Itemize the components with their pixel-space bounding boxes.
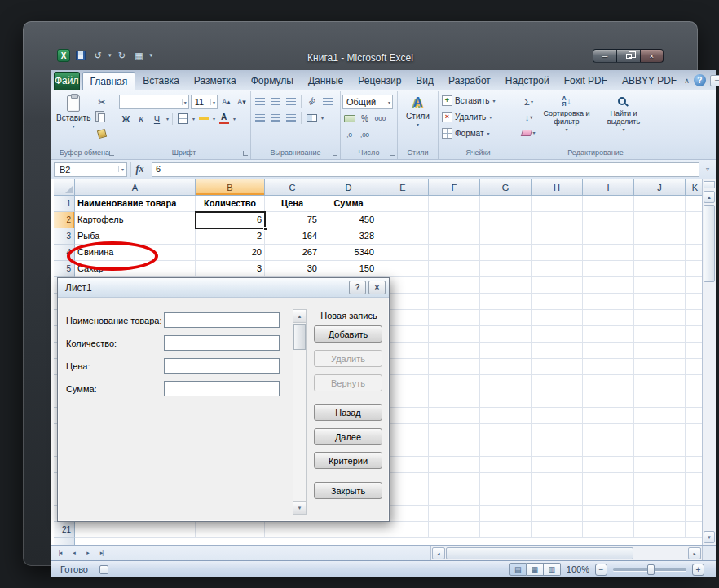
cell-G6[interactable] <box>480 277 532 294</box>
cell-H4[interactable] <box>532 245 583 261</box>
cell-I6[interactable] <box>583 277 634 294</box>
align-center-icon[interactable] <box>268 111 282 125</box>
underline-button[interactable]: Ч <box>150 112 164 126</box>
cell-G1[interactable] <box>480 196 532 212</box>
cell-I3[interactable] <box>583 228 634 245</box>
row-header-3[interactable]: 3 <box>54 228 75 245</box>
cell-J16[interactable] <box>634 440 686 457</box>
cell-J19[interactable] <box>634 489 686 506</box>
align-left-icon[interactable] <box>253 111 267 125</box>
cell-J1[interactable] <box>634 196 686 212</box>
cell-H12[interactable] <box>532 375 583 391</box>
dialog-titlebar[interactable]: Лист1 ? × <box>58 278 389 298</box>
vertical-scrollbar[interactable]: ▲ ▼ <box>702 179 716 545</box>
cell-D2[interactable]: 450 <box>320 212 377 228</box>
cell-I8[interactable] <box>583 310 634 326</box>
cell-G2[interactable] <box>480 212 532 228</box>
cell-J4[interactable] <box>634 245 686 261</box>
cell-A2[interactable]: Картофель <box>75 212 196 228</box>
tab-главная[interactable]: Главная <box>82 72 136 90</box>
cell-G13[interactable] <box>480 391 532 408</box>
tab-надстрой[interactable]: Надстрой <box>498 72 557 90</box>
view-normal-icon[interactable]: ▤ <box>509 563 527 576</box>
cell-G11[interactable] <box>480 359 532 375</box>
cell-I9[interactable] <box>583 326 634 343</box>
cell-F11[interactable] <box>429 359 480 375</box>
currency-format-icon[interactable] <box>342 112 356 126</box>
tab-вид[interactable]: Вид <box>408 72 441 90</box>
cell-I7[interactable] <box>583 294 634 310</box>
cell-C4[interactable]: 267 <box>265 245 320 261</box>
decrease-decimal-icon[interactable]: ,00 <box>358 128 372 142</box>
field-input-3[interactable] <box>164 381 280 396</box>
cell-D3[interactable]: 328 <box>320 228 377 245</box>
styles-button[interactable]: А Стили ▾ <box>404 92 432 148</box>
cell-F2[interactable] <box>429 212 480 228</box>
alignment-dialog-launcher-icon[interactable] <box>333 151 337 156</box>
cell-H13[interactable] <box>532 391 583 408</box>
column-header-C[interactable]: C <box>265 179 320 196</box>
insert-cells-button[interactable]: + Вставить ▾ <box>440 93 516 108</box>
view-page-break-icon[interactable]: ▥ <box>544 563 561 576</box>
dialog-button-назад[interactable]: Назад <box>314 404 382 421</box>
cell-B4[interactable]: 20 <box>196 245 265 261</box>
cell-G20[interactable] <box>480 506 532 522</box>
insert-function-button[interactable]: fx <box>130 162 148 177</box>
underline-dropdown-icon[interactable]: ▾ <box>166 116 169 122</box>
workbook-minimize-icon[interactable]: ─ <box>710 75 719 86</box>
cell-J13[interactable] <box>634 391 686 408</box>
select-all-corner[interactable] <box>54 179 75 196</box>
cell-I17[interactable] <box>583 457 634 473</box>
wrap-text-icon[interactable] <box>320 95 334 108</box>
macro-record-icon[interactable] <box>99 565 108 574</box>
merge-center-icon[interactable] <box>305 111 319 125</box>
cell-F13[interactable] <box>429 391 480 408</box>
tab-данные[interactable]: Данные <box>301 72 351 90</box>
cell-I15[interactable] <box>583 424 634 440</box>
cut-icon[interactable]: ✂ <box>95 95 108 109</box>
row-header-2[interactable]: 2 <box>54 212 75 228</box>
cell-A1[interactable]: Наименование товара <box>75 196 196 212</box>
cell-G14[interactable] <box>480 408 532 424</box>
tab-формулы[interactable]: Формулы <box>244 72 301 90</box>
sort-filter-button[interactable]: АЯ ↓ Сортировка и фильтр ▾ <box>536 92 598 148</box>
cell-I13[interactable] <box>583 391 634 408</box>
cell-D21[interactable] <box>320 522 377 538</box>
cell-H16[interactable] <box>532 440 583 457</box>
tab-file[interactable]: Файл <box>54 72 80 90</box>
percent-format-icon[interactable]: % <box>358 112 372 126</box>
tab-разработ[interactable]: Разработ <box>441 72 498 90</box>
font-name-select[interactable]: ▾ <box>119 95 189 109</box>
dialog-close-button[interactable]: × <box>368 281 386 294</box>
scroll-down-icon[interactable]: ▼ <box>704 531 715 543</box>
cell-F6[interactable] <box>429 277 480 294</box>
cell-C5[interactable]: 30 <box>265 261 320 277</box>
borders-icon[interactable] <box>176 112 190 126</box>
scroll-up-icon[interactable]: ▲ <box>704 191 715 203</box>
clear-icon[interactable]: ▾ <box>522 126 536 139</box>
cell-F9[interactable] <box>429 326 480 343</box>
cell-G15[interactable] <box>480 424 532 440</box>
merge-dropdown-icon[interactable]: ▾ <box>321 115 324 121</box>
column-header-G[interactable]: G <box>480 179 532 196</box>
dialog-button-закрыть[interactable]: Закрыть <box>314 482 382 499</box>
cell-F17[interactable] <box>429 457 480 473</box>
cell-I14[interactable] <box>583 408 634 424</box>
cell-H2[interactable] <box>532 212 583 228</box>
cell-G3[interactable] <box>480 228 532 245</box>
column-header-H[interactable]: H <box>532 179 583 196</box>
dialog-button-добавить[interactable]: Добавить <box>314 325 382 343</box>
cell-H19[interactable] <box>532 489 583 506</box>
cell-H20[interactable] <box>532 506 583 522</box>
cell-J15[interactable] <box>634 424 686 440</box>
cell-J5[interactable] <box>634 261 686 277</box>
qat-customize-icon[interactable]: ▾ <box>150 52 153 59</box>
cell-C1[interactable]: Цена <box>265 196 320 212</box>
cell-G12[interactable] <box>480 375 532 391</box>
number-format-select[interactable]: Общий▾ <box>342 95 393 109</box>
copy-icon[interactable] <box>95 111 108 125</box>
cell-H5[interactable] <box>532 261 583 277</box>
font-color-dropdown-icon[interactable]: ▾ <box>233 116 236 122</box>
cell-F19[interactable] <box>429 489 480 506</box>
cell-F18[interactable] <box>429 473 480 489</box>
